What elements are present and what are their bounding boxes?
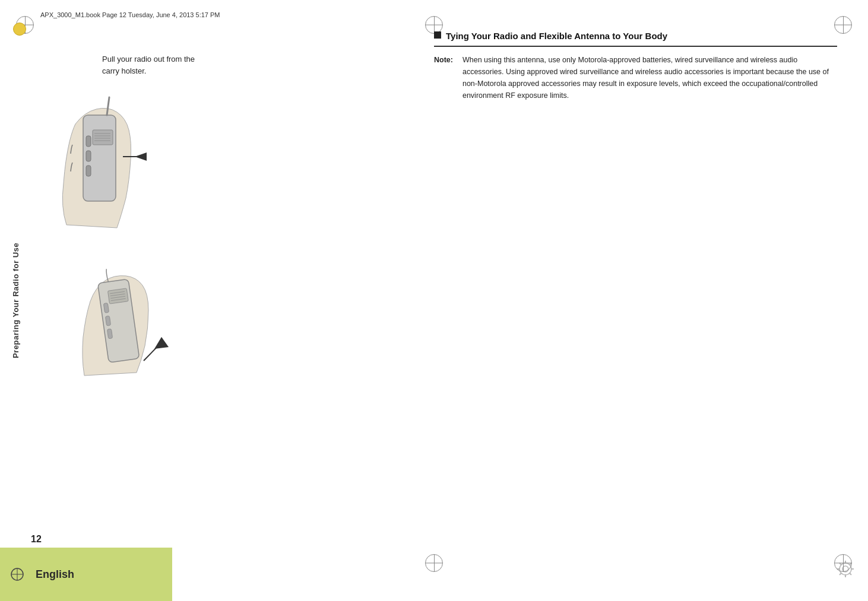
- svg-rect-15: [86, 151, 91, 161]
- svg-line-9: [840, 573, 842, 575]
- svg-line-35: [144, 341, 163, 361]
- svg-line-7: [850, 573, 852, 575]
- left-column: Pull your radio out from the carry holst…: [31, 30, 402, 384]
- svg-line-6: [840, 563, 842, 565]
- svg-line-8: [850, 563, 852, 565]
- note-text: When using this antenna, use only Motoro…: [462, 54, 837, 101]
- pull-text: Pull your radio out from the carry holst…: [102, 53, 402, 77]
- right-column: Tying Your Radio and Flexible Antenna to…: [434, 30, 837, 101]
- svg-rect-17: [93, 130, 113, 145]
- heading-square-icon: [434, 31, 441, 39]
- content-area: Pull your radio out from the carry holst…: [31, 30, 837, 571]
- section-title: Tying Your Radio and Flexible Antenna to…: [446, 30, 667, 42]
- gear-decoration: [836, 559, 855, 578]
- svg-rect-16: [86, 166, 91, 176]
- sidebar-label: Preparing Your Radio for Use: [11, 243, 20, 358]
- illustration-radio-holster-top: [43, 88, 402, 239]
- reg-mark-top-right: [835, 17, 851, 33]
- illustration-radio-holster-bottom: [66, 251, 402, 384]
- svg-rect-14: [86, 136, 91, 147]
- svg-point-1: [842, 566, 848, 572]
- note-block: Note: When using this antenna, use only …: [434, 54, 837, 101]
- header-bar: APX_3000_M1.book Page 12 Tuesday, June 4…: [40, 8, 828, 21]
- bottom-bar-circle: [11, 568, 24, 581]
- note-label: Note:: [434, 54, 453, 101]
- header-text: APX_3000_M1.book Page 12 Tuesday, June 4…: [40, 11, 220, 18]
- sidebar: Preparing Your Radio for Use: [0, 0, 31, 601]
- section-heading: Tying Your Radio and Flexible Antenna to…: [434, 30, 837, 47]
